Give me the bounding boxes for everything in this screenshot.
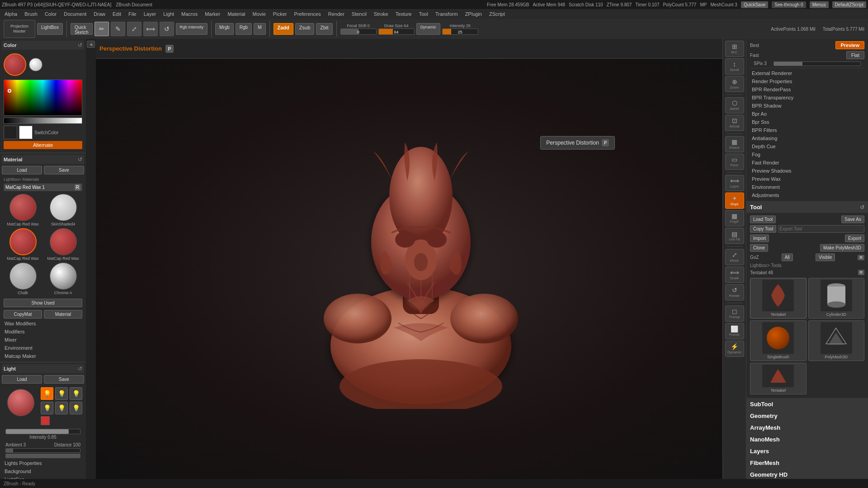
projection-master-button[interactable]: ProjectionMaster <box>4 20 35 38</box>
polyf-button[interactable]: ▦ PolyF <box>725 210 744 226</box>
dynamic-button[interactable]: Dynamic <box>416 23 440 35</box>
menus-button[interactable]: Menus <box>810 1 829 8</box>
menu-edit[interactable]: Edit <box>110 10 124 18</box>
linefill-button[interactable]: ▤ Line Fill <box>725 228 744 244</box>
copy-tool-button[interactable]: Copy Tool <box>750 225 776 233</box>
fast-render-item[interactable]: Fast Render <box>750 159 864 167</box>
alternate-button[interactable]: Alternate <box>4 141 82 149</box>
subtool-cylinder[interactable]: Cylinder3D <box>808 278 865 319</box>
light-btn-6[interactable]: 💡 <box>70 402 82 414</box>
preview-shadows-item[interactable]: Preview Shadows <box>750 167 864 175</box>
material-item-chalk[interactable]: Chalk <box>4 263 42 295</box>
preview-button[interactable]: Preview <box>835 41 864 49</box>
menu-movie[interactable]: Movie <box>250 10 269 18</box>
menu-marker[interactable]: Marker <box>202 10 223 18</box>
edit-button[interactable]: ✏ <box>94 22 109 36</box>
copymat-button[interactable]: CopyMat <box>4 310 42 319</box>
matcap-maker-link[interactable]: Matcap Maker <box>2 352 84 360</box>
brc-button[interactable]: ⊞ BrC <box>725 41 744 57</box>
import-button[interactable]: Import <box>750 235 769 242</box>
color-header[interactable]: Color ↺ <box>2 41 84 50</box>
show-used-button[interactable]: Show Used <box>4 299 82 307</box>
light-btn-5[interactable]: 💡 <box>55 402 68 414</box>
light-btn-1-active[interactable]: 💡 <box>41 387 53 400</box>
arraymesh-section-title[interactable]: ArrayMesh <box>746 422 868 433</box>
mrgb-button[interactable]: Mrgb <box>215 23 234 35</box>
subtool-tentakel[interactable]: Tentakel <box>750 278 807 319</box>
intensity-bar[interactable]: Intensity 0.85 <box>5 429 80 440</box>
light-load-button[interactable]: Load <box>2 375 42 384</box>
tool-section-title[interactable]: Tool ↺ <box>746 202 868 213</box>
light-sphere[interactable] <box>7 389 34 416</box>
visible-button[interactable]: Visible <box>816 253 835 261</box>
background-link[interactable]: Background <box>2 467 84 475</box>
scale-tool-button[interactable]: ⟺ Scale <box>725 267 744 283</box>
focal-shift-slider[interactable]: Focal Shift 0 0 <box>340 23 377 35</box>
rotate-button[interactable]: ↺ <box>160 22 174 36</box>
distance-slider[interactable] <box>2 453 84 459</box>
nanomesh-section-title[interactable]: NanoMesh <box>746 434 868 445</box>
save-as-button[interactable]: Save As <box>841 216 864 223</box>
antialiasing-item[interactable]: Antialiasing <box>750 134 864 142</box>
default-zscript-button[interactable]: DefaultZScript <box>832 1 866 8</box>
subtool-tentakel2[interactable]: Tentakel <box>750 363 807 394</box>
draw-size-slider[interactable]: Draw Size 64 64 <box>378 23 415 35</box>
zbit-button[interactable]: Zbit <box>316 23 332 35</box>
light-save-button[interactable]: Save <box>44 375 84 384</box>
switch-color-black[interactable] <box>4 126 17 139</box>
frame-button[interactable]: ⬜ Frame <box>725 323 744 339</box>
environment-link[interactable]: Environment <box>2 344 84 352</box>
color-gradient-picker[interactable] <box>4 80 82 116</box>
dsave-button[interactable]: ▦ Dsave <box>725 136 744 152</box>
light-btn-3[interactable]: 💡 <box>70 387 82 400</box>
zoom-button[interactable]: ⊕ Zoom <box>725 76 744 92</box>
external-renderer-item[interactable]: External Renderer <box>750 69 864 77</box>
zadd-button[interactable]: Zadd <box>274 23 293 35</box>
gxyz-button[interactable]: ✦ Gxyz <box>725 192 744 209</box>
model-viewport[interactable] <box>96 59 746 479</box>
material-item-chrome[interactable]: Chrome A <box>44 263 82 295</box>
subtool-section-title[interactable]: SubTool <box>746 399 868 410</box>
quicksave-button[interactable]: QuickSave <box>741 1 768 8</box>
rgb-button[interactable]: Rgb <box>236 23 252 35</box>
bpr-ao-item[interactable]: Bpr Ao <box>750 110 864 118</box>
light-color-swatch[interactable] <box>41 416 50 425</box>
transp-button[interactable]: ◻ Transp <box>725 305 744 322</box>
switch-color-white[interactable] <box>19 126 33 139</box>
move-button[interactable]: ⤢ Move <box>725 249 744 265</box>
secondary-color-swatch[interactable] <box>29 58 42 71</box>
bpr-shadow-item[interactable]: BPR Shadow <box>750 102 864 110</box>
menu-stroke[interactable]: Stroke <box>371 10 391 18</box>
menu-tool[interactable]: Tool <box>416 10 431 18</box>
export-button[interactable]: Export <box>845 235 864 242</box>
all-button[interactable]: All <box>782 253 793 261</box>
spix-slider[interactable] <box>774 61 861 66</box>
rgb-intensity-button[interactable]: Rgb Intensity <box>176 23 208 35</box>
material-item-skin[interactable]: SkinShaded4 <box>44 194 82 226</box>
menu-render[interactable]: Render <box>326 10 347 18</box>
menu-draw[interactable]: Draw <box>91 10 108 18</box>
modifiers-link[interactable]: Modifiers <box>2 328 84 336</box>
quick-sketch-button[interactable]: QuickSketch <box>71 23 93 35</box>
lightbox-button[interactable]: LightBox <box>37 23 63 35</box>
light-header[interactable]: Light ↺ <box>2 364 84 373</box>
lsym-button[interactable]: ⟺ Lsym <box>725 175 744 191</box>
menu-document[interactable]: Document <box>61 10 89 18</box>
bpr-transparency-item[interactable]: BPR Transparency <box>750 94 864 102</box>
intensity-slider[interactable]: Intensity 25 25 <box>442 23 478 35</box>
material-save-button[interactable]: Save <box>44 166 84 174</box>
zsub-button[interactable]: Zsub <box>295 23 314 35</box>
lights-properties-link[interactable]: Lights Properties <box>2 459 84 467</box>
move-button[interactable]: ⤢ <box>127 22 142 36</box>
m-button[interactable]: M <box>254 23 265 35</box>
material-load-button[interactable]: Load <box>2 166 42 174</box>
material-header[interactable]: Material ↺ <box>2 155 84 164</box>
menu-light[interactable]: Light <box>160 10 177 18</box>
see-through-button[interactable]: See-through 0 <box>772 1 806 8</box>
menu-stencil[interactable]: Stencil <box>349 10 369 18</box>
draw-button[interactable]: ✎ <box>111 22 125 36</box>
menu-color[interactable]: Color <box>42 10 59 18</box>
menu-macros[interactable]: Macros <box>179 10 200 18</box>
rotate-tool-button[interactable]: ↺ Rotate <box>725 284 744 300</box>
menu-alpha[interactable]: Alpha <box>2 10 20 18</box>
